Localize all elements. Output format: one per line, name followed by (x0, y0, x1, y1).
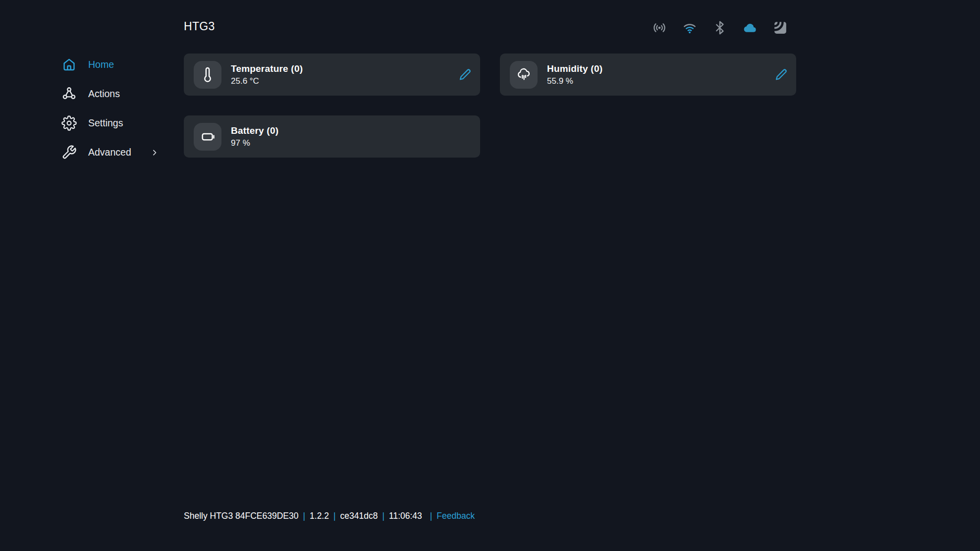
battery-card: Battery (0) 97 % (184, 115, 480, 158)
sidebar-item-home[interactable]: Home (0, 50, 184, 79)
sensor-cards: Temperature (0) 25.6 °C Humidity (0) (184, 54, 796, 158)
cloud-icon (743, 20, 758, 35)
page-title: HTG3 (184, 20, 215, 33)
pencil-icon (458, 68, 472, 81)
status-icons (652, 20, 788, 35)
card-value: 97 % (231, 138, 278, 148)
footer: Shelly HTG3 84FCE639DE30 | 1.2.2 | ce341… (184, 511, 475, 521)
shelly-device-page: HTG3 (0, 0, 980, 551)
card-value: 55.9 % (547, 76, 602, 86)
footer-separator: | (382, 511, 384, 521)
wrench-icon (61, 145, 77, 160)
card-title: Battery (0) (231, 125, 278, 136)
home-icon (61, 57, 77, 72)
card-value: 25.6 °C (231, 76, 303, 86)
sidebar-item-label: Settings (88, 117, 123, 129)
settings-gear-icon (61, 115, 77, 131)
device-time: 11:06:43 (389, 511, 422, 521)
card-title: Temperature (0) (231, 63, 303, 74)
ble-broadcast-icon (652, 20, 667, 35)
mqtt-icon (773, 20, 788, 35)
actions-icon (61, 86, 77, 102)
thermometer-icon (194, 61, 221, 89)
firmware-version: 1.2.2 (310, 511, 329, 521)
sidebar-item-advanced[interactable]: Advanced (0, 138, 184, 167)
edit-humidity-button[interactable] (772, 66, 789, 83)
sidebar: Home Actions Settings (0, 50, 184, 167)
sidebar-item-actions[interactable]: Actions (0, 79, 184, 109)
sidebar-item-label: Home (88, 59, 114, 70)
footer-separator: | (303, 511, 306, 521)
battery-icon (194, 123, 221, 151)
sidebar-item-label: Advanced (88, 147, 131, 158)
humidity-icon (510, 61, 538, 89)
wifi-icon (682, 20, 697, 35)
bluetooth-icon (712, 20, 727, 35)
build-id: ce341dc8 (340, 511, 378, 521)
pencil-icon (774, 68, 788, 81)
feedback-link[interactable]: Feedback (436, 511, 475, 521)
humidity-card: Humidity (0) 55.9 % (500, 54, 796, 96)
footer-separator: | (333, 511, 336, 521)
edit-temperature-button[interactable] (456, 66, 473, 83)
temperature-card: Temperature (0) 25.6 °C (184, 54, 480, 96)
sidebar-item-settings[interactable]: Settings (0, 109, 184, 138)
footer-separator: | (430, 511, 433, 521)
card-title: Humidity (0) (547, 63, 602, 74)
sidebar-item-label: Actions (88, 88, 120, 100)
chevron-right-icon (150, 148, 160, 158)
device-id: Shelly HTG3 84FCE639DE30 (184, 511, 299, 521)
